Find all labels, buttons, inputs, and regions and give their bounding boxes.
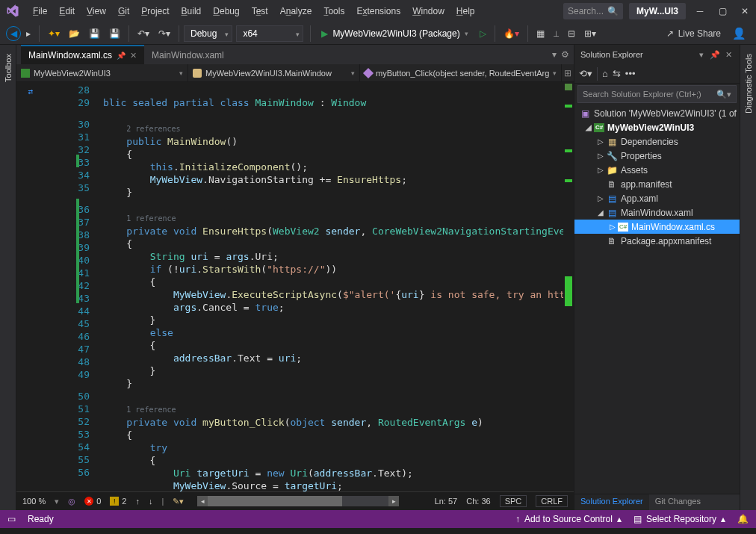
- nav-back-button[interactable]: ◀: [6, 26, 21, 41]
- menu-analyze[interactable]: Analyze: [274, 2, 318, 20]
- live-share-button[interactable]: ↗ Live Share: [660, 26, 727, 41]
- expand-icon[interactable]: ▷: [595, 137, 606, 146]
- error-count[interactable]: ✕0: [84, 497, 101, 506]
- notifications-button[interactable]: 🔔: [737, 514, 749, 524]
- save-button[interactable]: 💾: [85, 26, 104, 41]
- tree-row[interactable]: ▷ ▦ Dependencies: [574, 134, 740, 149]
- output-icon[interactable]: ▭: [7, 514, 16, 524]
- nav-class-dropdown[interactable]: MyWebView2WinUI3.MainWindow ▾: [188, 64, 360, 81]
- toolbar-icon[interactable]: ▦: [533, 26, 548, 41]
- back-icon[interactable]: ⟲▾: [579, 68, 592, 79]
- menu-git[interactable]: Git: [112, 2, 135, 20]
- line-indicator[interactable]: Ln: 57: [435, 497, 458, 506]
- solution-search-input[interactable]: Search Solution Explorer (Ctrl+;) 🔍▾: [577, 85, 737, 103]
- line-ending-mode[interactable]: CRLF: [536, 495, 568, 507]
- scroll-right-button[interactable]: ▸: [388, 496, 399, 506]
- document-tab-active[interactable]: MainWindow.xaml.cs 📌 ✕: [21, 45, 144, 64]
- tree-row[interactable]: 🗎 Package.appxmanifest: [574, 234, 740, 248]
- panel-dropdown-icon[interactable]: ▾: [696, 49, 707, 60]
- nav-up-button[interactable]: ↑: [135, 497, 140, 506]
- menu-edit[interactable]: Edit: [53, 2, 81, 20]
- select-repository-button[interactable]: ▤ Select Repository ▴: [633, 514, 725, 524]
- collapse-icon[interactable]: ◢: [595, 208, 606, 217]
- menu-tools[interactable]: Tools: [317, 2, 350, 20]
- chevron-down-icon[interactable]: ▾: [55, 497, 59, 506]
- expand-icon[interactable]: ▷: [595, 166, 606, 174]
- sync-icon[interactable]: ⇆: [613, 68, 621, 79]
- close-window-button[interactable]: ✕: [740, 6, 750, 16]
- hot-reload-button[interactable]: 🔥▾: [500, 26, 523, 41]
- tree-row-project[interactable]: ◢ C# MyWebView2WinUI3: [574, 120, 740, 134]
- start-debugging-button[interactable]: ▶ MyWebView2WinUI3 (Package) ▾: [315, 26, 474, 41]
- solution-name-dropdown[interactable]: MyW...UI3: [629, 3, 686, 19]
- pin-icon[interactable]: 📌: [117, 52, 126, 60]
- open-button[interactable]: 📂: [65, 26, 84, 41]
- codelens-references[interactable]: 2 references: [126, 125, 180, 133]
- menu-help[interactable]: Help: [450, 2, 481, 20]
- save-all-button[interactable]: 💾: [105, 26, 124, 41]
- panel-pin-icon[interactable]: 📌: [710, 49, 720, 60]
- diagnostic-tools-tab[interactable]: Diagnostic Tools: [742, 48, 755, 119]
- column-indicator[interactable]: Ch: 36: [466, 497, 490, 506]
- minimize-button[interactable]: ─: [695, 6, 705, 16]
- scrollbar-thumb[interactable]: [208, 496, 342, 506]
- expand-icon[interactable]: ▷: [595, 194, 606, 202]
- code-content[interactable]: blic sealed partial class MainWindow : W…: [103, 82, 563, 491]
- expand-icon[interactable]: ▷: [607, 223, 618, 231]
- panel-tab-solution[interactable]: Solution Explorer: [574, 494, 649, 510]
- tree-row[interactable]: ▷ 📁 Assets: [574, 163, 740, 177]
- gear-icon[interactable]: ⚙: [561, 49, 569, 60]
- menu-extensions[interactable]: Extensions: [350, 2, 406, 20]
- menu-build[interactable]: Build: [176, 2, 208, 20]
- menu-test[interactable]: Test: [246, 2, 274, 20]
- tree-row[interactable]: 🗎 app.manifest: [574, 177, 740, 191]
- nav-member-dropdown[interactable]: myButton_Click(object sender, RoutedEven…: [360, 64, 562, 81]
- platform-dropdown[interactable]: x64▾: [236, 25, 303, 42]
- nav-fwd-button[interactable]: ▸: [22, 26, 34, 41]
- health-indicator-icon[interactable]: ◎: [68, 497, 75, 506]
- configuration-dropdown[interactable]: Debug▾: [184, 25, 232, 42]
- collapse-icon[interactable]: ◢: [583, 123, 594, 131]
- nav-project-dropdown[interactable]: MyWebView2WinUI3 ▾: [16, 64, 188, 81]
- warning-count[interactable]: !2: [110, 497, 126, 506]
- toolbar-icon[interactable]: ⊞▾: [580, 26, 600, 41]
- maximize-button[interactable]: ▢: [717, 6, 728, 16]
- panel-close-icon[interactable]: ✕: [723, 49, 734, 60]
- menu-view[interactable]: View: [81, 2, 112, 20]
- undo-button[interactable]: ↶▾: [134, 26, 153, 41]
- scroll-left-button[interactable]: ◂: [197, 496, 208, 506]
- menu-debug[interactable]: Debug: [207, 2, 245, 20]
- track-changes-icon[interactable]: ⇄: [28, 85, 34, 98]
- horizontal-scrollbar[interactable]: ◂ ▸: [197, 496, 399, 506]
- tree-row[interactable]: ▷ ▤ App.xaml: [574, 191, 740, 205]
- redo-button[interactable]: ↷▾: [155, 26, 174, 41]
- menu-file[interactable]: FFileile: [27, 2, 53, 20]
- brush-icon[interactable]: ✎▾: [173, 497, 184, 506]
- toolbar-icon[interactable]: ⊟: [564, 26, 579, 41]
- tool-icon[interactable]: •••: [625, 68, 636, 79]
- expand-icon[interactable]: ▷: [595, 152, 606, 160]
- account-button[interactable]: 👤: [728, 25, 750, 43]
- split-editor-button[interactable]: ⊞: [562, 64, 574, 81]
- start-without-debugging-button[interactable]: ▷: [476, 26, 490, 41]
- tree-row[interactable]: ◢ ▤ MainWindow.xaml: [574, 205, 740, 220]
- indent-mode[interactable]: SPC: [500, 495, 527, 507]
- codelens-references[interactable]: 1 reference: [126, 214, 176, 223]
- nav-down-button[interactable]: ↓: [149, 497, 153, 506]
- menu-project[interactable]: Project: [135, 2, 175, 20]
- tree-row-selected[interactable]: ▷ C# MainWindow.xaml.cs: [574, 220, 740, 234]
- quick-launch-search[interactable]: Search... 🔍: [563, 3, 623, 19]
- menu-window[interactable]: Window: [406, 2, 450, 20]
- home-icon[interactable]: ⌂: [602, 68, 608, 79]
- zoom-level[interactable]: 100 %: [22, 497, 46, 506]
- code-editor[interactable]: ⇄ 28 29 30 31 32 33 34 35 36 37 38 39 40…: [16, 82, 574, 491]
- tree-row[interactable]: ▷ 🔧 Properties: [574, 149, 740, 163]
- new-item-button[interactable]: ✦▾: [44, 26, 63, 41]
- document-tab[interactable]: MainWindow.xaml: [144, 45, 232, 64]
- close-tab-icon[interactable]: ✕: [130, 51, 137, 60]
- panel-tab-git[interactable]: Git Changes: [649, 494, 707, 510]
- codelens-references[interactable]: 1 reference: [126, 406, 176, 414]
- overview-margin[interactable]: [563, 82, 574, 491]
- tree-row-solution[interactable]: ▣ Solution 'MyWebView2WinUI3' (1 of 1): [574, 106, 740, 120]
- toolbar-icon[interactable]: ⟂: [550, 26, 563, 41]
